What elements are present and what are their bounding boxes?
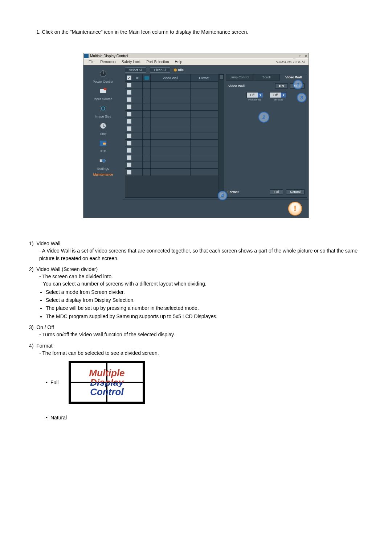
chevron-down-icon: ▾ <box>281 93 286 98</box>
right-panel: Lamp Control Scroll Video Wall Video Wal… <box>226 74 307 198</box>
app-icon <box>84 54 89 58</box>
sidebar-item-input-source[interactable]: Input Source <box>87 86 119 102</box>
format-example-natural-label: Natural <box>46 414 67 421</box>
item-2-bullet: Select a mode from Screen divider. <box>46 288 367 296</box>
brand-label: SAMSUNG DIGITall <box>276 60 306 64</box>
table-row[interactable] <box>125 147 219 154</box>
video-wall-on-button[interactable]: ON <box>275 83 288 89</box>
menu-file[interactable]: File <box>86 59 97 64</box>
menu-remocon[interactable]: Remocon <box>97 59 119 64</box>
table-row[interactable] <box>125 125 219 132</box>
sidebar-item-power-control[interactable]: Power Control <box>87 68 119 84</box>
tab-video-wall[interactable]: Video Wall <box>280 74 307 81</box>
idle-label: Idle <box>178 68 184 72</box>
window-title: Multiple Display Control <box>90 54 128 58</box>
sidebar-item-label: Time <box>99 132 107 136</box>
table-row[interactable] <box>125 169 219 176</box>
table-row[interactable] <box>125 132 219 140</box>
col-icon <box>143 74 151 82</box>
table-row[interactable] <box>125 89 219 96</box>
image-size-icon <box>97 103 110 114</box>
window-titlebar: Multiple Display Control _ ☐ ✕ <box>83 53 309 58</box>
col-checkbox[interactable]: ✓ <box>125 74 133 82</box>
item-2-followup: You can select a number of screens with … <box>43 280 367 287</box>
app-screenshot: Multiple Display Control _ ☐ ✕ File Remo… <box>83 53 309 218</box>
item-2-bullet: Select a display from Display Selection. <box>46 296 367 304</box>
item-4-title: Format <box>36 343 52 349</box>
vertical-select[interactable]: Off ▾ <box>270 92 286 98</box>
item-2-bullet: The MDC program supplied by Samsung supp… <box>46 313 367 320</box>
col-video-wall: Video Wall <box>151 74 191 82</box>
gear-icon <box>97 155 110 166</box>
clear-all-button[interactable]: Clear All <box>150 67 170 73</box>
table-row[interactable] <box>125 82 219 89</box>
svg-rect-2 <box>104 88 106 90</box>
video-wall-label: Video Wall <box>228 84 245 88</box>
status-bar: ! <box>123 199 309 218</box>
horizontal-select[interactable]: Off ▾ <box>246 92 263 98</box>
select-all-button[interactable]: Select All <box>125 67 146 73</box>
sidebar: Power Control Input Source Image Size <box>83 65 123 218</box>
item-3-title: On / Off <box>36 324 54 330</box>
callout-1: 1 <box>293 80 303 89</box>
item-1-number: 1) <box>29 241 33 246</box>
svg-rect-9 <box>100 159 102 162</box>
sidebar-item-label: PIP <box>101 149 106 153</box>
menu-help[interactable]: Help <box>172 59 185 64</box>
table-row[interactable] <box>125 154 219 161</box>
format-full-button[interactable]: Full <box>270 189 283 194</box>
item-3-number: 3) <box>29 324 33 330</box>
idle-indicator: Idle <box>174 68 184 72</box>
svg-point-8 <box>102 159 105 162</box>
window-controls[interactable]: _ ☐ ✕ <box>293 54 308 58</box>
display-grid: ✓ ID Video Wall Format <box>125 74 224 198</box>
table-row[interactable] <box>125 103 219 111</box>
sidebar-item-pip[interactable]: PIP <box>87 138 119 154</box>
callout-4: 4 <box>218 191 227 200</box>
sidebar-item-image-size[interactable]: Image Size <box>87 103 119 119</box>
callout-2: 2 <box>258 112 269 123</box>
sidebar-item-label: Power Control <box>93 80 113 83</box>
table-row[interactable] <box>125 111 219 118</box>
sidebar-item-settings[interactable]: Settings <box>87 155 119 171</box>
svg-rect-7 <box>103 143 106 145</box>
sidebar-item-label: Maintenance <box>93 173 113 176</box>
sidebar-item-label: Settings <box>97 167 109 171</box>
item-1-desc: A Video Wall is a set of video screens t… <box>39 248 358 261</box>
explanation-section: 1) Video Wall - A Video Wall is a set of… <box>29 240 367 421</box>
sidebar-item-label: Image Size <box>95 115 111 118</box>
tab-lamp-control[interactable]: Lamp Control <box>226 74 253 81</box>
item-2-desc: The screen can be divided into. <box>42 274 113 279</box>
format-natural-button[interactable]: Natural <box>286 189 305 194</box>
clock-icon <box>97 120 110 131</box>
col-format: Format <box>191 74 218 82</box>
menubar: File Remocon Safety Lock Port Selection … <box>83 58 309 65</box>
horizontal-label: Horizontal <box>246 98 263 101</box>
table-row[interactable] <box>125 96 219 103</box>
item-2-bullet: The place will be set up by pressing a n… <box>46 304 367 312</box>
sidebar-item-label: Input Source <box>94 97 112 101</box>
menu-port-selection[interactable]: Port Selection <box>143 59 172 64</box>
format-label: Format <box>228 190 239 194</box>
callout-3: 3 <box>297 93 306 102</box>
idle-dot-icon <box>174 69 177 71</box>
table-row[interactable] <box>125 161 219 169</box>
sidebar-item-time[interactable]: Time <box>87 120 119 136</box>
grid-scrollbar[interactable] <box>219 74 224 197</box>
item-2-number: 2) <box>29 266 33 272</box>
format-example-full-label: Full <box>46 379 58 386</box>
power-icon <box>97 68 110 79</box>
sidebar-item-maintenance[interactable]: Maintenance <box>87 173 119 177</box>
format-example-full: Multiple Display Control <box>69 361 145 404</box>
menu-safety-lock[interactable]: Safety Lock <box>119 59 143 64</box>
vertical-label: Vertical <box>270 98 286 101</box>
item-2-title: Video Wall (Screen divider) <box>36 266 98 272</box>
tab-scroll[interactable]: Scroll <box>253 74 280 81</box>
col-id: ID <box>133 74 143 82</box>
item-4-desc: The format can be selected to see a divi… <box>42 350 159 356</box>
table-row[interactable] <box>125 118 219 125</box>
table-row[interactable] <box>125 140 219 147</box>
chevron-down-icon: ▾ <box>258 93 263 98</box>
item-1-title: Video Wall <box>36 241 60 246</box>
item-4-number: 4) <box>29 343 33 349</box>
